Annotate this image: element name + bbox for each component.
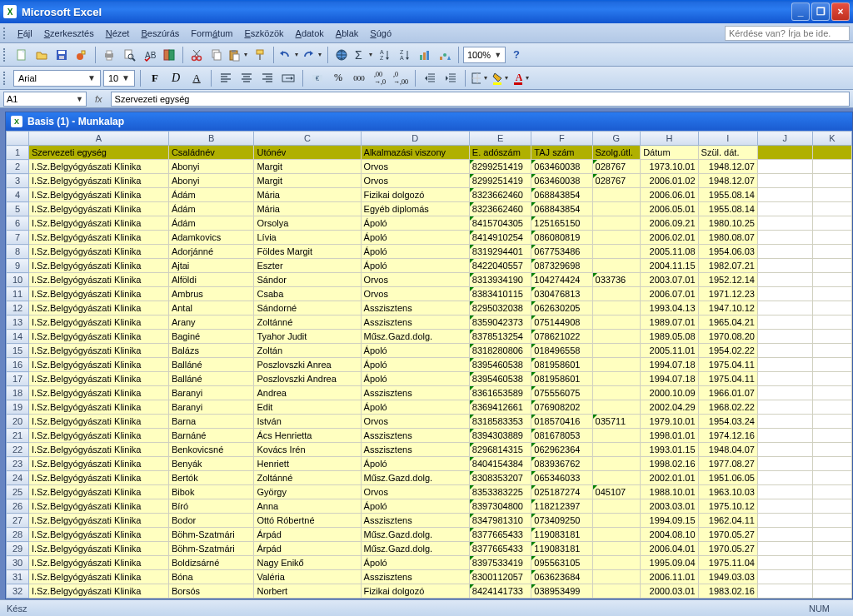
row-header-27[interactable]: 27 <box>7 514 29 528</box>
save-button[interactable] <box>52 46 71 64</box>
cell-H30[interactable]: 1995.09.04 <box>641 556 698 570</box>
cell-B3[interactable]: Abonyi <box>168 174 254 188</box>
cell-F11[interactable]: 030476813 <box>531 287 592 301</box>
cell-C3[interactable]: Margit <box>254 174 361 188</box>
currency-button[interactable]: € <box>308 69 327 87</box>
align-left-button[interactable] <box>217 69 235 87</box>
new-button[interactable] <box>12 46 31 64</box>
row-header-30[interactable]: 30 <box>7 556 29 570</box>
cell-K19[interactable] <box>812 400 851 415</box>
cell-D14[interactable]: Műsz.Gazd.dolg. <box>361 330 469 344</box>
cell-K32[interactable] <box>812 584 851 599</box>
cell-I15[interactable]: 1954.02.22 <box>698 344 757 358</box>
cell-I20[interactable]: 1954.03.24 <box>698 415 757 429</box>
row-header-22[interactable]: 22 <box>7 443 29 457</box>
cell-K27[interactable] <box>812 514 851 528</box>
cell-A17[interactable]: I.Sz.Belgyógyászati Klinika <box>29 372 169 386</box>
cell-G19[interactable] <box>592 400 641 415</box>
cell-A29[interactable]: I.Sz.Belgyógyászati Klinika <box>29 542 169 556</box>
row-header-2[interactable]: 2 <box>7 160 29 174</box>
cell-H31[interactable]: 2006.11.01 <box>641 570 698 584</box>
cell-D9[interactable]: Ápoló <box>361 259 469 273</box>
cell-J4[interactable] <box>757 188 812 202</box>
cell-A13[interactable]: I.Sz.Belgyógyászati Klinika <box>29 315 169 330</box>
cell-B1[interactable]: Családnév <box>168 146 254 160</box>
cell-E5[interactable]: 8323662460 <box>469 202 531 216</box>
cell-D24[interactable]: Műsz.Gazd.dolg. <box>361 471 469 485</box>
formatbar-grip[interactable] <box>3 72 8 85</box>
cell-D13[interactable]: Asszisztens <box>361 315 469 330</box>
cell-G7[interactable] <box>592 231 641 245</box>
cell-B28[interactable]: Böhm-Szatmári <box>168 528 254 542</box>
name-box[interactable]: A1 ▼ <box>3 92 87 107</box>
cell-G25[interactable]: 045107 <box>592 485 641 499</box>
cell-J23[interactable] <box>757 457 812 471</box>
cell-D28[interactable]: Műsz.Gazd.dolg. <box>361 528 469 542</box>
cell-I4[interactable]: 1955.08.14 <box>698 188 757 202</box>
row-header-31[interactable]: 31 <box>7 570 29 584</box>
cell-I25[interactable]: 1963.10.03 <box>698 485 757 499</box>
copy-button[interactable] <box>207 46 226 64</box>
cell-J18[interactable] <box>757 386 812 400</box>
cell-C22[interactable]: Kovács Irén <box>254 443 361 457</box>
cell-F7[interactable]: 086080819 <box>531 231 592 245</box>
cell-D18[interactable]: Asszisztens <box>361 386 469 400</box>
col-header-K[interactable]: K <box>812 132 851 146</box>
cell-A27[interactable]: I.Sz.Belgyógyászati Klinika <box>29 514 169 528</box>
row-header-7[interactable]: 7 <box>7 231 29 245</box>
align-center-button[interactable] <box>237 69 256 87</box>
cell-H25[interactable]: 1988.10.01 <box>641 485 698 499</box>
row-header-19[interactable]: 19 <box>7 400 29 415</box>
cell-I18[interactable]: 1966.01.07 <box>698 386 757 400</box>
align-right-button[interactable] <box>258 69 277 87</box>
cell-G20[interactable]: 035711 <box>592 415 641 429</box>
cell-C23[interactable]: Henriett <box>254 457 361 471</box>
cell-D16[interactable]: Ápoló <box>361 358 469 372</box>
italic-button[interactable]: D <box>167 69 185 87</box>
row-header-25[interactable]: 25 <box>7 485 29 499</box>
cell-A22[interactable]: I.Sz.Belgyógyászati Klinika <box>29 443 169 457</box>
comma-button[interactable]: 000 <box>350 69 368 87</box>
cell-B11[interactable]: Ambrus <box>168 287 254 301</box>
cell-F8[interactable]: 067753486 <box>531 245 592 259</box>
cell-E20[interactable]: 8318583353 <box>469 415 531 429</box>
cell-A4[interactable]: I.Sz.Belgyógyászati Klinika <box>29 188 169 202</box>
cell-H17[interactable]: 1994.07.18 <box>641 372 698 386</box>
paste-button[interactable] <box>227 46 249 64</box>
cell-D4[interactable]: Fizikai dolgozó <box>361 188 469 202</box>
cell-A2[interactable]: I.Sz.Belgyógyászati Klinika <box>29 160 169 174</box>
cell-A23[interactable]: I.Sz.Belgyógyászati Klinika <box>29 457 169 471</box>
cell-F31[interactable]: 063623684 <box>531 570 592 584</box>
menu-beszúrás[interactable]: Beszúrás <box>135 26 185 41</box>
cell-F2[interactable]: 063460038 <box>531 160 592 174</box>
cell-H13[interactable]: 1989.07.01 <box>641 315 698 330</box>
cell-H1[interactable]: Dátum <box>641 146 698 160</box>
cell-K13[interactable] <box>812 315 851 330</box>
cell-E4[interactable]: 8323662460 <box>469 188 531 202</box>
cell-E17[interactable]: 8395460538 <box>469 372 531 386</box>
cell-A21[interactable]: I.Sz.Belgyógyászati Klinika <box>29 429 169 443</box>
cell-B23[interactable]: Benyák <box>168 457 254 471</box>
permission-button[interactable] <box>72 46 91 64</box>
cell-J20[interactable] <box>757 415 812 429</box>
cell-F6[interactable]: 125165150 <box>531 216 592 231</box>
cell-E28[interactable]: 8377665433 <box>469 528 531 542</box>
cell-G1[interactable]: Szolg.útl. <box>592 146 641 160</box>
cell-D29[interactable]: Műsz.Gazd.dolg. <box>361 542 469 556</box>
cell-H18[interactable]: 2000.10.09 <box>641 386 698 400</box>
minimize-button[interactable]: _ <box>791 2 810 21</box>
cell-K29[interactable] <box>812 542 851 556</box>
cell-D23[interactable]: Ápoló <box>361 457 469 471</box>
col-header-D[interactable]: D <box>361 132 469 146</box>
row-header-21[interactable]: 21 <box>7 429 29 443</box>
cell-G2[interactable]: 028767 <box>592 160 641 174</box>
underline-button[interactable]: A <box>187 69 206 87</box>
cell-E22[interactable]: 8296814315 <box>469 443 531 457</box>
cell-I1[interactable]: Szül. dát. <box>698 146 757 160</box>
cell-G26[interactable] <box>592 499 641 514</box>
font-family-dropdown[interactable]: Arial ▼ <box>13 70 101 87</box>
cell-F3[interactable]: 063460038 <box>531 174 592 188</box>
cell-G14[interactable] <box>592 330 641 344</box>
cell-B22[interactable]: Benkovicsné <box>168 443 254 457</box>
cell-C7[interactable]: Lívia <box>254 231 361 245</box>
